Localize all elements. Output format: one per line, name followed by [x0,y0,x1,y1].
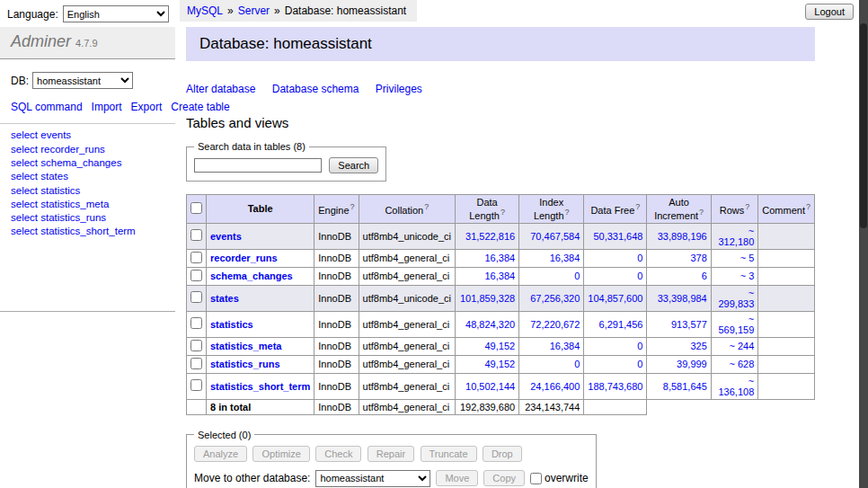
value-link[interactable]: 31,522,816 [465,231,515,242]
value-link[interactable]: ~ 628 [729,359,754,369]
value-link[interactable]: ~ 244 [729,341,754,351]
breadcrumb-server-link[interactable]: Server [238,4,270,17]
value-link[interactable]: 50,331,648 [593,231,642,242]
value-link[interactable]: 16,384 [550,341,580,351]
table-name-link[interactable]: states [210,293,239,304]
move-database-select[interactable]: homeassistant [315,470,430,487]
table-name-link[interactable]: statistics_runs [210,359,280,369]
analyze-button[interactable]: Analyze [194,446,247,462]
column-header-index-length[interactable]: Index Length? [519,195,584,224]
value-link[interactable]: 0 [637,359,642,369]
value-link[interactable]: 70,467,584 [530,231,580,242]
sidebar-item-select-statistics[interactable]: select statistics [11,185,80,196]
value-link[interactable]: 0 [637,341,642,351]
value-link[interactable]: 16,384 [550,253,580,263]
value-link[interactable]: 10,502,144 [465,381,515,392]
column-header-collation[interactable]: Collation? [359,195,455,224]
value-link[interactable]: 49,152 [484,359,515,369]
vertical-scrollbar[interactable] [859,0,868,488]
repair-button[interactable]: Repair [368,446,414,462]
value-link[interactable]: 67,256,320 [530,293,580,304]
database-schema-link[interactable]: Database schema [272,83,359,95]
value-link[interactable]: 6 [702,271,707,281]
app-logo-link[interactable]: Adminer [11,32,71,50]
table-name-link[interactable]: events [210,231,242,242]
value-link[interactable]: ~ 5 [740,253,755,263]
table-name-link[interactable]: schema_changes [210,271,293,281]
row-checkbox[interactable] [190,317,202,329]
value-link[interactable]: ~ 136,108 [719,376,755,397]
truncate-button[interactable]: Truncate [421,446,477,462]
row-checkbox[interactable] [190,270,202,281]
value-link[interactable]: 8,581,645 [663,381,707,392]
optimize-button[interactable]: Optimize [252,446,309,462]
sidebar-link-import[interactable]: Import [92,101,122,113]
value-link[interactable]: 0 [637,253,642,263]
table-name-link[interactable]: recorder_runs [210,253,278,263]
scrollbar-thumb[interactable] [860,23,867,228]
sidebar-item-select-statistics_meta[interactable]: select statistics_meta [11,199,109,209]
column-header-engine[interactable]: Engine? [314,195,359,224]
value-link[interactable]: 33,398,984 [658,293,707,304]
value-link[interactable]: ~ 312,180 [719,226,755,247]
value-link[interactable]: 101,859,328 [460,293,515,304]
column-header-data-length[interactable]: Data Length? [456,195,519,224]
value-link[interactable]: 913,577 [671,319,707,330]
drop-button[interactable]: Drop [483,446,522,462]
value-link[interactable]: 0 [637,271,642,281]
column-header-comment[interactable]: Comment? [758,195,815,224]
value-link[interactable]: 49,152 [484,341,515,351]
column-header-rows[interactable]: Rows? [711,195,758,224]
db-select[interactable]: homeassistant [32,72,133,89]
value-link[interactable]: 33,898,196 [658,231,707,242]
sidebar-link-export[interactable]: Export [131,101,163,113]
value-link[interactable]: 16,384 [484,271,515,281]
column-header-table[interactable]: Table [207,195,314,224]
row-checkbox[interactable] [190,358,202,369]
copy-button[interactable]: Copy [483,470,525,486]
language-select[interactable]: English [63,5,169,22]
overwrite-checkbox[interactable] [530,473,542,484]
row-checkbox[interactable] [190,379,202,391]
breadcrumb-mysql-link[interactable]: MySQL [187,4,223,17]
value-link[interactable]: 378 [690,253,706,263]
sidebar-link-sql-command[interactable]: SQL command [11,101,83,113]
sidebar-item-select-recorder_runs[interactable]: select recorder_runs [11,144,105,155]
value-link[interactable]: 0 [574,271,580,281]
search-input[interactable] [194,158,322,173]
value-link[interactable]: 39,999 [677,359,707,369]
sidebar-item-select-statistics_runs[interactable]: select statistics_runs [11,212,106,223]
sidebar-item-select-schema_changes[interactable]: select schema_changes [11,157,121,168]
value-link[interactable]: 188,743,680 [588,381,642,392]
table-name-link[interactable]: statistics_short_term [210,381,310,392]
value-link[interactable]: 6,291,456 [599,319,643,330]
row-checkbox[interactable] [190,340,202,351]
value-link[interactable]: 24,166,400 [530,381,580,392]
value-link[interactable]: 48,824,320 [465,319,515,330]
value-link[interactable]: ~ 569,159 [719,314,755,335]
value-link[interactable]: 0 [574,359,580,369]
privileges-link[interactable]: Privileges [376,83,422,95]
alter-database-link[interactable]: Alter database [186,83,255,95]
value-link[interactable]: 16,384 [484,253,515,263]
column-header-auto-increment[interactable]: Auto Increment? [647,195,711,224]
row-checkbox[interactable] [190,252,202,263]
select-all-checkbox[interactable] [190,202,202,214]
logout-button[interactable]: Logout [805,4,854,20]
value-link[interactable]: ~ 3 [740,271,755,281]
sidebar-item-select-events[interactable]: select events [11,129,71,140]
search-button[interactable]: Search [329,157,378,173]
table-name-link[interactable]: statistics [210,319,253,330]
value-link[interactable]: 325 [690,341,706,351]
check-button[interactable]: Check [315,446,361,462]
row-checkbox[interactable] [190,229,202,241]
row-checkbox[interactable] [190,291,202,303]
column-header-data-free[interactable]: Data Free? [584,195,647,224]
move-button[interactable]: Move [436,470,478,486]
value-link[interactable]: ~ 299,833 [719,288,755,309]
table-name-link[interactable]: statistics_meta [210,341,282,351]
sidebar-item-select-states[interactable]: select states [11,171,68,182]
value-link[interactable]: 72,220,672 [530,319,580,330]
value-link[interactable]: 104,857,600 [588,293,642,304]
sidebar-item-select-statistics_short_term[interactable]: select statistics_short_term [11,226,136,236]
